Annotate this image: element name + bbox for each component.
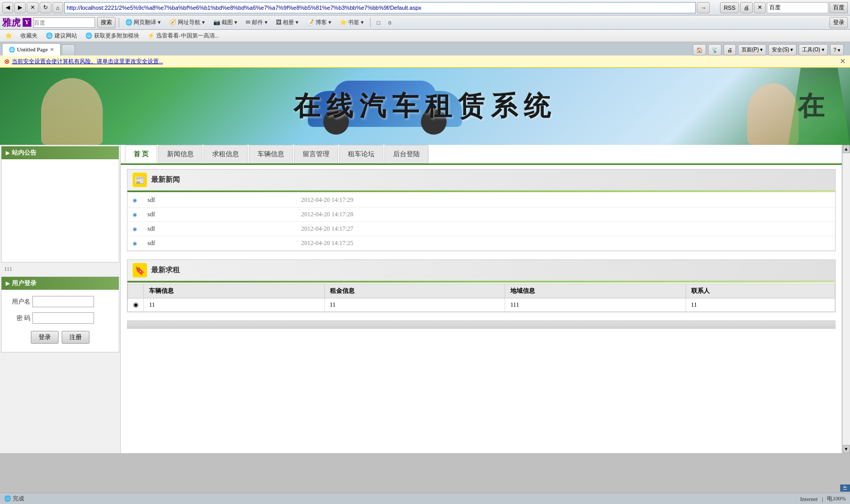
refresh-button[interactable]: ↻ [40,2,51,13]
nav-tabs: 首 页 新闻信息 求租信息 车辆信息 留言管理 租车论坛 后台登陆 [121,145,842,165]
status-zone: Internet [800,496,818,502]
ie-safety-btn[interactable]: 安全(S) ▾ [768,44,797,55]
print-button[interactable]: 🖨 [740,2,753,13]
browser-chrome: ◀ ▶ ✕ ↻ ⌂ → RSS 🖨 ✕ 百度 雅虎 Y 搜索 🌐 网页翻译 ▾ … [0,0,850,68]
rental-vehicle-0[interactable]: 11 [144,298,325,312]
bookmarks[interactable]: ⭐ 书签 ▾ [337,17,367,27]
login-buttons: 登录 注册 [6,329,115,346]
screenshot[interactable]: 📷 截图 ▾ [210,17,241,27]
webpage-translate[interactable]: 🌐 网页翻译 ▾ [122,17,164,27]
news-divider [127,191,835,192]
yahoo-search-input[interactable] [33,17,95,28]
left-sidebar: ▶ 站内公告 111 ▶ 用户登录 用户名 [0,145,121,453]
ie-page-btn[interactable]: 页面(P) ▾ [738,44,766,55]
search-button[interactable]: 百度 [829,2,848,13]
news-title-2[interactable]: sdf [142,222,296,236]
favorites-bar: ⭐ 收藏夹 🌐 建议网站 🌐 获取更多附加模块 ⚡ 迅雷看看-中国第一高清... [0,30,850,42]
site-title: 在线汽车租赁系统 [293,88,557,124]
favorites-link[interactable]: 收藏夹 [17,31,41,40]
scroll-down-btn[interactable]: ▼ [843,445,850,453]
stop-button[interactable]: ✕ [27,2,39,13]
nav-tab-rental[interactable]: 求租信息 [204,145,248,163]
site-header-banner: 在线汽车租赁系统 在 [0,68,850,145]
rental-table: 车辆信息 租金信息 地域信息 联系人 ◉ 11 11 111 [127,284,835,312]
rss-button[interactable]: RSS [720,2,739,13]
table-row: ◉ sdf 2012-04-20 14:17:27 [127,222,835,236]
scroll-up-btn[interactable]: ▲ [843,145,850,153]
login-section-label: 用户登录 [12,279,36,288]
ie-rss-btn[interactable]: 📡 [708,44,722,55]
news-title-1[interactable]: sdf [142,208,296,222]
news-date-0: 2012-04-20 14:17:29 [296,193,835,208]
row-icon-0: ◉ [133,197,137,203]
page-content: 在线汽车租赁系统 在 ▶ 站内公告 111 ▶ 用户登录 [0,68,850,453]
tab-new[interactable] [62,44,75,55]
nav-tab-home[interactable]: 首 页 [125,145,157,163]
notice-label: 站内公告 [12,148,36,157]
notice-header[interactable]: ▶ 站内公告 [2,146,119,159]
forward-button[interactable]: ▶ [14,2,26,13]
build-icon: 🌐 [46,32,53,39]
notice-section: ▶ 站内公告 [1,146,119,263]
modules-icon: 🌐 [85,32,93,39]
login-button[interactable]: 登录 [31,331,59,344]
home-button[interactable]: ⌂ [52,2,63,13]
col-rent: 租金信息 [324,284,505,298]
username-row: 用户名 [6,296,115,307]
more-modules-link[interactable]: 🌐 获取更多附加模块 [82,31,142,40]
nav-tab-vehicles[interactable]: 车辆信息 [249,145,293,163]
news-title-0[interactable]: sdf [142,193,296,208]
login-section-header[interactable]: ▶ 用户登录 [2,277,119,290]
yahoo-search-btn[interactable]: 搜索 [97,17,116,28]
site-nav[interactable]: 🧭 网址导航 ▾ [166,17,208,27]
build-site-link[interactable]: 🌐 建议网站 [43,31,80,40]
go-button[interactable]: → [697,2,710,13]
ie-help-btn[interactable]: ? ▾ [830,44,844,55]
nav-tab-forum[interactable]: 租车论坛 [339,145,383,163]
ie-tools-btn[interactable]: 工具(O) ▾ [799,44,827,55]
row-icon-3: ◉ [133,240,137,246]
news-title-3[interactable]: sdf [142,236,296,251]
login-btn[interactable]: 登录 [829,17,848,28]
register-button[interactable]: 注册 [62,331,89,344]
news-section-title: 最新新闻 [151,175,180,184]
album[interactable]: 🖼 相册 ▾ [273,17,302,27]
status-done: 完成 [13,495,24,501]
security-warning-text[interactable]: 当前安全设置会使计算机有风险。请单击这里更改安全设置... [12,58,163,65]
counter-icon: □ [374,18,383,27]
blog[interactable]: 📝 博客 ▾ [304,17,335,27]
nav-bar: ◀ ▶ ✕ ↻ ⌂ → RSS 🖨 ✕ 百度 [0,0,850,15]
nav-tab-admin[interactable]: 后台登陆 [384,145,429,163]
col-icon [128,284,144,298]
scroll-hint [127,321,836,329]
security-close-btn[interactable]: ✕ [840,57,846,66]
col-location: 地域信息 [505,284,686,298]
latest-rental-panel: 🔖 最新求租 车辆信息 租金信息 地域信息 联系人 [127,259,836,312]
stop2-button[interactable]: ✕ [754,2,766,13]
toolbar-row: 雅虎 Y 搜索 🌐 网页翻译 ▾ 🧭 网址导航 ▾ 📷 截图 ▾ ✉ 邮件 ▾ … [0,15,850,30]
xunlei-link[interactable]: ⚡ 迅雷看看-中国第一高清... [144,31,222,40]
latest-news-panel: 📰 最新新闻 ◉ sdf 2012-04-20 14:17:29 [127,169,836,251]
scrollbar[interactable]: ▲ ▼ [842,145,850,453]
ie-home-btn[interactable]: 🏠 [693,44,706,55]
corner-badge[interactable]: 41 [840,484,850,492]
status-right: Internet | 电100% [800,495,846,502]
nav-tab-news[interactable]: 新闻信息 [158,145,202,163]
mail[interactable]: ✉ 邮件 ▾ [243,17,271,27]
col-contact: 联系人 [686,284,835,298]
tab-close-btn[interactable]: ✕ [50,47,54,52]
nav-tab-messages[interactable]: 留言管理 [294,145,338,163]
tab-untitled[interactable]: 🌐 Untitled Page ✕ [2,43,61,55]
search-input[interactable] [767,2,828,13]
sidebar-number: 111 [0,264,120,274]
username-label: 用户名 [6,297,30,306]
username-input[interactable] [32,296,94,307]
back-button[interactable]: ◀ [2,2,13,13]
ie-print-btn[interactable]: 🖨 [724,44,736,55]
address-bar[interactable] [64,2,696,13]
password-input[interactable] [32,312,94,324]
rental-rent-0: 11 [324,298,505,312]
row-icon-2: ◉ [133,226,137,232]
table-row: ◉ 11 11 111 11 [128,298,835,312]
tab-favicon: 🌐 [9,47,15,52]
